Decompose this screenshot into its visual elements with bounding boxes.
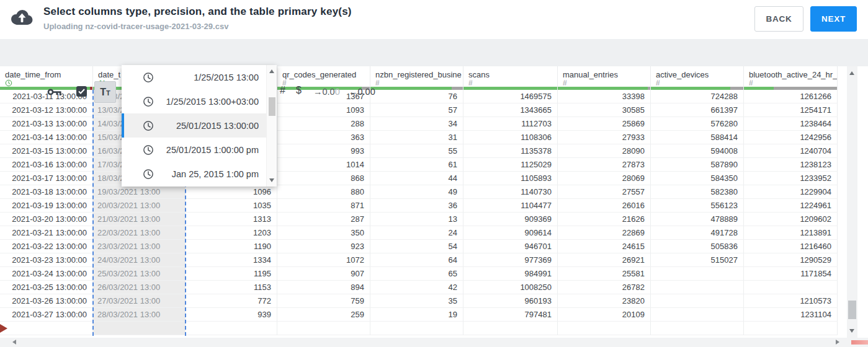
table-cell[interactable]: 13 xyxy=(370,213,463,226)
table-cell[interactable]: 2021-03-20 13:00:00 xyxy=(0,213,93,226)
dropdown-option[interactable]: 1/25/2015 13:00+03:00 xyxy=(122,89,266,113)
table-cell[interactable]: 27/03/2021 13:00 xyxy=(93,294,186,308)
table-cell[interactable] xyxy=(277,322,370,335)
table-cell[interactable]: 28090 xyxy=(558,144,651,158)
table-cell[interactable]: 27873 xyxy=(558,158,651,172)
table-cell[interactable]: 2021-03-15 13:00:00 xyxy=(0,144,93,158)
table-cell[interactable]: 49 xyxy=(370,185,463,199)
table-cell[interactable]: 868 xyxy=(277,172,370,185)
scroll-up-arrow-icon[interactable] xyxy=(269,69,274,73)
vertical-scrollbar[interactable] xyxy=(847,66,857,338)
table-cell[interactable] xyxy=(558,322,651,335)
table-cell[interactable]: 1135378 xyxy=(463,144,558,158)
table-cell[interactable]: 594008 xyxy=(651,144,744,158)
table-cell[interactable]: 939 xyxy=(186,308,277,322)
primary-key-icon[interactable] xyxy=(47,87,61,99)
table-cell[interactable] xyxy=(744,322,838,335)
table-cell[interactable]: 2021-03-16 13:00:00 xyxy=(0,158,93,172)
table-cell[interactable]: 556123 xyxy=(651,199,744,213)
table-cell[interactable] xyxy=(0,322,93,335)
table-cell[interactable]: 923 xyxy=(277,240,370,253)
table-cell[interactable]: 28069 xyxy=(558,172,651,185)
table-cell[interactable]: 26/03/2021 13:00 xyxy=(93,281,186,294)
table-cell[interactable]: 1112703 xyxy=(463,117,558,131)
table-cell[interactable]: 27557 xyxy=(558,185,651,199)
scroll-up-arrow-icon[interactable] xyxy=(849,71,854,75)
scroll-left-arrow-icon[interactable] xyxy=(12,340,16,345)
table-cell[interactable]: 28/03/2021 13:00 xyxy=(93,308,186,322)
table-cell[interactable]: 797481 xyxy=(463,308,558,322)
table-cell[interactable]: 1105893 xyxy=(463,172,558,185)
table-cell[interactable]: 1171854 xyxy=(744,267,838,281)
table-cell[interactable]: 1125029 xyxy=(463,158,558,172)
table-cell[interactable]: 1469575 xyxy=(463,90,558,103)
table-cell[interactable]: 55 xyxy=(370,144,463,158)
number-type-button[interactable]: # xyxy=(280,85,285,96)
table-cell[interactable]: 759 xyxy=(277,294,370,308)
decrease-decimals-button[interactable]: ←0.00 xyxy=(349,87,375,97)
table-cell[interactable]: 661397 xyxy=(651,103,744,117)
scroll-right-arrow-icon[interactable] xyxy=(836,340,839,345)
table-cell[interactable]: 363 xyxy=(277,131,370,144)
table-cell[interactable]: 1240704 xyxy=(744,144,838,158)
table-cell[interactable]: 871 xyxy=(277,199,370,213)
table-cell[interactable]: 984991 xyxy=(463,267,558,281)
column-header-manual_entries[interactable]: manual_entries# xyxy=(558,66,651,90)
scroll-down-arrow-icon[interactable] xyxy=(849,329,854,333)
table-cell[interactable] xyxy=(463,322,558,335)
table-cell[interactable]: 1261266 xyxy=(744,90,838,103)
horizontal-scrollbar-thumb[interactable] xyxy=(851,340,868,345)
table-cell[interactable]: 24/03/2021 13:00 xyxy=(93,253,186,267)
column-header-active_devices[interactable]: active_devices# xyxy=(651,66,744,90)
table-cell[interactable]: 287 xyxy=(277,213,370,226)
table-cell[interactable]: 1242956 xyxy=(744,131,838,144)
table-cell[interactable]: 1035 xyxy=(186,199,277,213)
table-cell[interactable]: 76 xyxy=(370,90,463,103)
table-cell[interactable]: 993 xyxy=(277,144,370,158)
table-cell[interactable]: 1014 xyxy=(277,158,370,172)
table-cell[interactable]: 44 xyxy=(370,172,463,185)
table-cell[interactable]: 1216460 xyxy=(744,240,838,253)
table-cell[interactable]: 25581 xyxy=(558,267,651,281)
table-cell[interactable]: 26016 xyxy=(558,199,651,213)
table-cell[interactable]: 64 xyxy=(370,253,463,267)
column-header-nzbn_registered_busine[interactable]: nzbn_registered_busine# xyxy=(370,66,463,90)
table-cell[interactable]: 288 xyxy=(277,117,370,131)
table-cell[interactable]: 588414 xyxy=(651,131,744,144)
table-cell[interactable]: 2021-03-22 13:00:00 xyxy=(0,240,93,253)
back-button[interactable]: BACK xyxy=(754,6,803,32)
table-cell[interactable]: 1209602 xyxy=(744,213,838,226)
table-cell[interactable] xyxy=(651,294,744,308)
table-cell[interactable]: 478889 xyxy=(651,213,744,226)
table-cell[interactable]: 54 xyxy=(370,240,463,253)
table-cell[interactable]: 1153 xyxy=(186,281,277,294)
table-cell[interactable]: 2021-03-17 13:00:00 xyxy=(0,172,93,185)
table-cell[interactable] xyxy=(651,322,744,335)
table-cell[interactable]: 1210573 xyxy=(744,294,838,308)
table-cell[interactable]: 30585 xyxy=(558,103,651,117)
table-cell[interactable]: 25869 xyxy=(558,117,651,131)
table-cell[interactable]: 1096 xyxy=(186,185,277,199)
table-cell[interactable]: 880 xyxy=(277,185,370,199)
table-cell[interactable]: 34 xyxy=(370,117,463,131)
table-cell[interactable]: 1238123 xyxy=(744,158,838,172)
table-cell[interactable]: 20/03/2021 13:00 xyxy=(93,199,186,213)
table-cell[interactable]: 894 xyxy=(277,281,370,294)
table-cell[interactable] xyxy=(370,322,463,335)
table-cell[interactable]: 1224961 xyxy=(744,199,838,213)
table-cell[interactable]: 24615 xyxy=(558,240,651,253)
table-cell[interactable]: 1072 xyxy=(277,253,370,267)
table-cell[interactable]: 1093 xyxy=(277,103,370,117)
text-type-button[interactable]: Tt xyxy=(94,81,116,103)
table-cell[interactable]: 1008250 xyxy=(463,281,558,294)
table-cell[interactable]: 19/03/2021 13:00 xyxy=(93,185,186,199)
next-button[interactable]: NEXT xyxy=(810,6,857,32)
dropdown-option[interactable]: 25/01/2015 1:00:00 pm xyxy=(122,138,266,162)
table-cell[interactable]: 57 xyxy=(370,103,463,117)
dropdown-option[interactable]: Jan 25, 2015 1:00 pm xyxy=(122,162,266,186)
table-cell[interactable]: 907 xyxy=(277,267,370,281)
table-cell[interactable]: 21626 xyxy=(558,213,651,226)
table-cell[interactable]: 1231104 xyxy=(744,308,838,322)
table-cell[interactable]: 505836 xyxy=(651,240,744,253)
table-cell[interactable]: 1233952 xyxy=(744,172,838,185)
